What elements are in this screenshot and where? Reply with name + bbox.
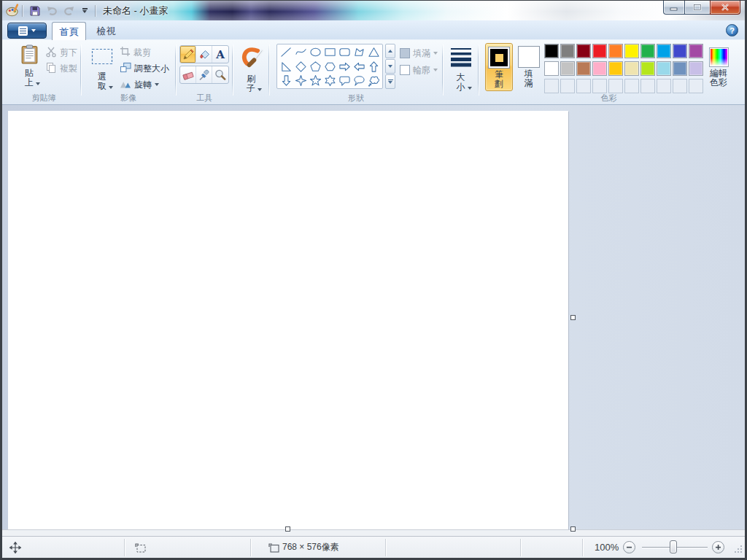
group-clipboard: 貼上 剪下 複製 剪貼簿 <box>7 40 80 104</box>
palette-color-0-4[interactable] <box>608 44 623 58</box>
close-button[interactable] <box>710 1 740 15</box>
fill-tool-button[interactable] <box>196 46 212 63</box>
palette-color-0-8[interactable] <box>673 44 687 58</box>
help-button[interactable]: ? <box>726 24 738 36</box>
picker-tool-button[interactable] <box>196 66 212 83</box>
shape-ellipse[interactable] <box>308 45 322 60</box>
shape-arrow-left[interactable] <box>352 60 366 74</box>
shape-diamond[interactable] <box>293 60 308 74</box>
tab-home[interactable]: 首頁 <box>52 22 86 40</box>
shape-outline-button[interactable]: 輪廓 <box>400 63 438 77</box>
palette-color-1-3[interactable] <box>592 61 607 76</box>
edit-colors-button[interactable]: 編輯色彩 <box>704 43 733 91</box>
palette-color-0-7[interactable] <box>657 44 671 58</box>
zoom-in-button[interactable] <box>712 541 724 553</box>
palette-empty-slot-4[interactable] <box>608 79 623 93</box>
shape-arrow-down[interactable] <box>279 74 293 88</box>
shape-arrow-right[interactable] <box>337 60 352 74</box>
shapes-more-button[interactable] <box>385 74 395 89</box>
text-tool-button[interactable]: A <box>212 46 228 63</box>
pencil-tool-button[interactable] <box>180 46 196 63</box>
shape-rounded-rectangle[interactable] <box>337 45 352 60</box>
copy-button[interactable]: 複製 <box>45 61 77 76</box>
tab-view[interactable]: 檢視 <box>89 22 123 40</box>
crop-button[interactable]: 裁剪 <box>120 45 151 60</box>
canvas[interactable] <box>8 111 568 529</box>
shape-star-5[interactable] <box>308 74 322 88</box>
magnifier-tool-button[interactable] <box>212 66 228 83</box>
palette-empty-slot-1[interactable] <box>560 79 575 93</box>
palette-color-1-1[interactable] <box>560 61 575 76</box>
zoom-slider-thumb[interactable] <box>670 540 677 553</box>
canvas-resize-handle-bottom[interactable] <box>285 526 290 532</box>
palette-empty-slot-8[interactable] <box>673 79 687 93</box>
customize-qat-button[interactable] <box>77 4 92 18</box>
palette-color-0-6[interactable] <box>640 44 655 58</box>
group-shapes: 填滿 輪廓 形狀 <box>270 40 442 104</box>
shape-callout-oval[interactable] <box>352 74 366 88</box>
shape-callout-rounded[interactable] <box>337 74 352 88</box>
palette-empty-slot-0[interactable] <box>544 79 559 93</box>
eraser-tool-button[interactable] <box>180 66 196 83</box>
palette-empty-slot-5[interactable] <box>624 79 639 93</box>
palette-empty-slot-3[interactable] <box>592 79 607 93</box>
color1-button[interactable]: 筆劃 <box>485 43 513 91</box>
select-button[interactable]: 選取 <box>88 43 117 91</box>
select-icon <box>91 44 113 68</box>
palette-color-1-5[interactable] <box>624 61 639 76</box>
shape-star-4[interactable] <box>293 74 308 88</box>
canvas-resize-handle-right[interactable] <box>570 315 576 320</box>
shapes-scroll-up-button[interactable] <box>385 44 395 58</box>
minimize-button[interactable] <box>663 1 685 15</box>
group-image: 選取 裁剪 調整大小 旋轉 影像 <box>82 40 175 104</box>
shape-polygon[interactable] <box>352 45 366 60</box>
cut-button[interactable]: 剪下 <box>45 45 77 60</box>
size-button[interactable]: 大小 <box>446 43 475 91</box>
shapes-scroll-down-button[interactable] <box>385 59 395 74</box>
redo-button[interactable] <box>61 4 76 18</box>
palette-empty-slot-7[interactable] <box>657 79 671 93</box>
palette-empty-slot-9[interactable] <box>689 79 703 93</box>
shape-fill-button[interactable]: 填滿 <box>400 46 438 61</box>
palette-color-0-1[interactable] <box>560 44 575 58</box>
shape-arrow-up[interactable] <box>366 60 381 74</box>
palette-color-1-8[interactable] <box>673 61 687 76</box>
shape-rectangle[interactable] <box>322 45 337 60</box>
shape-right-triangle[interactable] <box>279 60 293 74</box>
palette-color-1-0[interactable] <box>544 61 559 76</box>
palette-color-1-4[interactable] <box>608 61 623 76</box>
palette-color-1-6[interactable] <box>640 61 655 76</box>
canvas-resize-handle-corner[interactable] <box>570 526 576 532</box>
shape-callout-cloud[interactable] <box>366 74 381 88</box>
brushes-button[interactable]: 刷子 <box>236 43 266 91</box>
shape-triangle[interactable] <box>366 45 381 60</box>
palette-empty-slot-2[interactable] <box>576 79 591 93</box>
shape-pentagon[interactable] <box>308 60 322 74</box>
paste-button[interactable]: 貼上 <box>15 43 44 91</box>
shape-hexagon[interactable] <box>322 60 337 74</box>
palette-color-1-2[interactable] <box>576 61 591 76</box>
resize-grip-icon[interactable] <box>735 545 743 556</box>
palette-color-1-7[interactable] <box>657 61 671 76</box>
shape-curve[interactable] <box>293 45 308 60</box>
application-menu-button[interactable] <box>7 23 47 39</box>
undo-button[interactable] <box>44 4 59 18</box>
group-separator <box>175 44 176 96</box>
shape-star-6[interactable] <box>322 74 337 88</box>
maximize-button[interactable] <box>685 1 710 15</box>
zoom-out-button[interactable] <box>623 541 635 553</box>
resize-button[interactable]: 調整大小 <box>120 61 169 76</box>
shape-line[interactable] <box>279 45 293 60</box>
palette-color-0-9[interactable] <box>689 44 703 58</box>
palette-color-0-5[interactable] <box>624 44 639 58</box>
palette-color-0-0[interactable] <box>544 44 559 58</box>
save-button[interactable] <box>28 4 42 18</box>
shape-outline-icon <box>400 65 410 75</box>
palette-color-1-9[interactable] <box>689 61 703 76</box>
rotate-button[interactable]: 旋轉 <box>120 77 159 92</box>
palette-empty-slot-6[interactable] <box>640 79 655 93</box>
palette-color-0-3[interactable] <box>592 44 607 58</box>
shape-fill-label: 填滿 <box>413 47 430 60</box>
color2-button[interactable]: 填滿 <box>515 43 542 91</box>
palette-color-0-2[interactable] <box>576 44 591 58</box>
